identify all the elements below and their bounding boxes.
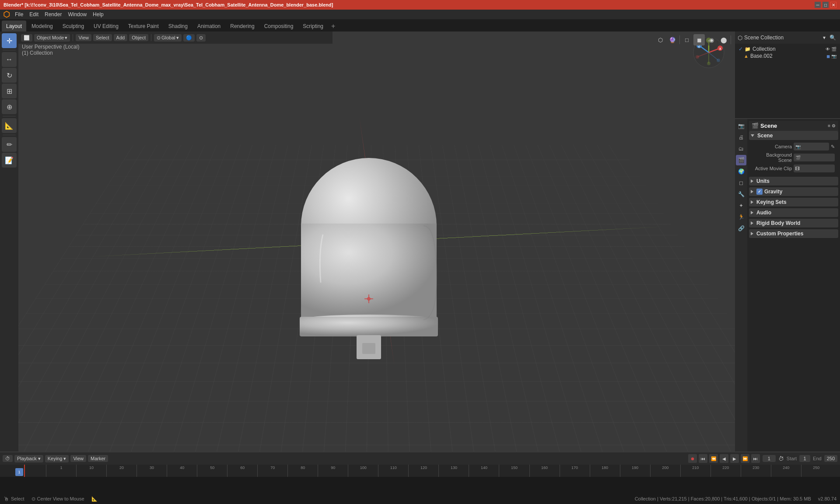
gravity-checkbox[interactable]: ✓ xyxy=(756,189,763,195)
base002-viewport-icon[interactable]: ◼ xyxy=(826,54,830,59)
collection-hide-icon[interactable]: 🎬 xyxy=(831,47,836,52)
start-frame[interactable]: 1 xyxy=(799,455,810,462)
collection-name: Collection xyxy=(752,46,776,52)
custom-props-arrow xyxy=(751,232,753,235)
gravity-section-arrow xyxy=(751,190,753,193)
tool-measure[interactable]: 📐 xyxy=(2,118,17,133)
render-preview-rendered[interactable]: ⬤ xyxy=(718,34,729,46)
tab-uv-editing[interactable]: UV Editing xyxy=(89,21,123,32)
prop-icon-output[interactable]: 🖨 xyxy=(736,132,746,143)
tool-cursor[interactable]: ✛ xyxy=(2,33,17,48)
view-menu[interactable]: View xyxy=(70,455,86,462)
view-menu-button[interactable]: View xyxy=(76,34,91,41)
render-preview-solid[interactable]: ◼ xyxy=(693,34,705,46)
viewport-overlay-toggle[interactable]: ⬡ xyxy=(654,34,666,46)
units-section-header[interactable]: Units xyxy=(749,177,838,186)
camera-edit-icon[interactable]: ✎ xyxy=(831,144,835,150)
add-workspace-button[interactable]: + xyxy=(329,21,338,32)
prop-icon-world[interactable]: 🌍 xyxy=(736,166,746,177)
step-back-button[interactable]: ⏪ xyxy=(709,454,718,463)
tool-transform[interactable]: ⊕ xyxy=(2,99,17,114)
select-menu-button[interactable]: Select xyxy=(93,34,112,41)
add-menu-button[interactable]: Add xyxy=(114,34,128,41)
prop-icon-render[interactable]: 📷 xyxy=(736,121,746,131)
play-reverse-button[interactable]: ◀ xyxy=(720,454,728,463)
tab-sculpting[interactable]: Sculpting xyxy=(58,21,88,32)
current-frame-display[interactable]: 1 xyxy=(763,455,776,462)
collection-visibility-toggle[interactable]: ✓ xyxy=(738,46,743,52)
tool-rotate[interactable]: ↻ xyxy=(2,68,17,83)
play-button[interactable]: ▶ xyxy=(730,454,739,463)
scene-section-content: Camera 📷 ✎ Background Scene 🎬 Active M xyxy=(749,140,838,175)
tab-texture-paint[interactable]: Texture Paint xyxy=(124,21,163,32)
menu-help[interactable]: Help xyxy=(90,10,106,18)
menu-edit[interactable]: Edit xyxy=(27,10,41,18)
keying-sets-section-header[interactable]: Keying Sets xyxy=(749,198,838,206)
tool-move[interactable]: ↔ xyxy=(2,52,17,67)
scene-options-button[interactable]: ⚙ xyxy=(832,123,836,128)
tool-annotate-line[interactable]: 📝 xyxy=(2,153,17,168)
gizmo-toggle[interactable]: 🔮 xyxy=(667,34,678,46)
background-scene-value[interactable]: 🎬 xyxy=(794,154,835,161)
timeline-playhead[interactable] xyxy=(24,465,25,477)
svg-rect-1 xyxy=(301,224,437,320)
playback-menu[interactable]: Playback ▾ xyxy=(14,455,43,462)
custom-properties-section-header[interactable]: Custom Properties xyxy=(749,229,838,238)
record-button[interactable]: ⏺ xyxy=(688,454,697,463)
object-mode-button[interactable]: Object Mode ▾ xyxy=(34,34,70,42)
jump-end-button[interactable]: ⏭ xyxy=(751,454,760,463)
close-button[interactable]: ✕ xyxy=(830,2,836,8)
prop-icon-constraints[interactable]: 🔗 xyxy=(736,223,746,234)
timeline-scrub[interactable] xyxy=(0,477,840,494)
jump-start-button[interactable]: ⏮ xyxy=(699,454,707,463)
camera-value[interactable]: 📷 xyxy=(794,143,829,150)
collection-render-icon[interactable]: 👁 xyxy=(826,47,830,52)
prop-icon-particles[interactable]: ✦ xyxy=(736,200,746,211)
snap-button[interactable]: 🔵 xyxy=(183,34,195,42)
active-movie-clip-value[interactable]: 🎞 xyxy=(794,164,835,172)
prop-icon-scene[interactable]: 🎬 xyxy=(736,155,746,165)
tab-scripting[interactable]: Scripting xyxy=(298,21,328,32)
tool-scale[interactable]: ⊞ xyxy=(2,84,17,98)
outliner-item-collection[interactable]: ✓ 📁 Collection 👁 🎬 xyxy=(737,46,838,52)
viewport-3d[interactable] xyxy=(18,32,735,452)
outliner-filter-icon[interactable]: ▾ xyxy=(822,35,827,41)
scene-section-header[interactable]: Scene xyxy=(749,131,838,140)
timeline-scrub-area[interactable]: 1 1 10 20 30 40 50 60 70 80 90 100 110 xyxy=(0,465,840,493)
outliner-item-base002[interactable]: ▲ Base.002 ◼ 📷 xyxy=(737,52,838,60)
step-forward-button[interactable]: ⏩ xyxy=(741,454,749,463)
menu-file[interactable]: File xyxy=(12,10,26,18)
render-preview-wireframe[interactable]: □ xyxy=(681,34,693,46)
svg-point-25 xyxy=(707,62,710,65)
tab-modeling[interactable]: Modeling xyxy=(27,21,57,32)
tab-layout[interactable]: Layout xyxy=(2,21,26,32)
prop-icon-object[interactable]: ◻ xyxy=(736,178,746,188)
render-preview-material[interactable]: ◉ xyxy=(706,34,717,46)
timeline-editor-type[interactable]: ⏱ xyxy=(3,455,13,462)
tool-annotate[interactable]: ✏ xyxy=(2,137,17,152)
prop-icon-modifiers[interactable]: 🔧 xyxy=(736,189,746,200)
outliner-search-icon[interactable]: 🔍 xyxy=(828,35,837,41)
prop-icon-view[interactable]: 🗂 xyxy=(736,144,746,154)
scene-browse-button[interactable]: ≡ xyxy=(828,123,830,128)
rigid-body-world-section-header[interactable]: Rigid Body World xyxy=(749,219,838,228)
menu-window[interactable]: Window xyxy=(65,10,89,18)
viewport-editor-type-button[interactable]: ⬜ xyxy=(21,34,32,42)
prop-icon-physics[interactable]: 🏃 xyxy=(736,212,746,222)
tab-shading[interactable]: Shading xyxy=(164,21,192,32)
gravity-section-header[interactable]: ✓ Gravity xyxy=(749,187,838,196)
maximize-button[interactable]: □ xyxy=(822,2,829,8)
keying-menu[interactable]: Keying ▾ xyxy=(45,455,69,462)
tab-compositing[interactable]: Compositing xyxy=(260,21,298,32)
tab-animation[interactable]: Animation xyxy=(193,21,225,32)
minimize-button[interactable]: ─ xyxy=(815,2,821,8)
global-local-button[interactable]: ⊙ Global ▾ xyxy=(154,34,182,42)
base002-render-icon[interactable]: 📷 xyxy=(831,54,836,59)
marker-menu[interactable]: Marker xyxy=(88,455,108,462)
proportional-edit-button[interactable]: ⊙ xyxy=(196,34,206,42)
end-frame[interactable]: 250 xyxy=(824,455,837,462)
object-menu-button[interactable]: Object xyxy=(129,34,148,41)
audio-section-header[interactable]: Audio xyxy=(749,208,838,217)
menu-render[interactable]: Render xyxy=(42,10,64,18)
tab-rendering[interactable]: Rendering xyxy=(226,21,259,32)
